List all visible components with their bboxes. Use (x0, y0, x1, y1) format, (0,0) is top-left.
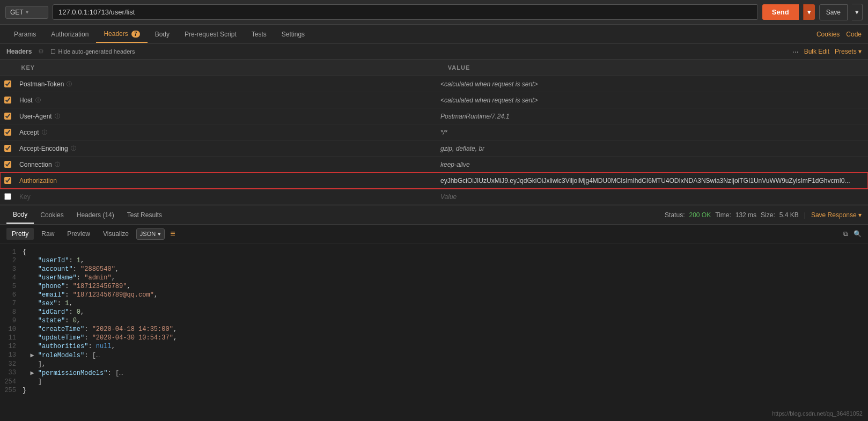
info-icon-4[interactable]: ⓘ (71, 145, 76, 152)
tab-settings[interactable]: Settings (274, 26, 312, 42)
line-number: 4 (0, 274, 23, 282)
tab-params[interactable]: Params (6, 26, 43, 42)
save-button[interactable]: Save (819, 4, 848, 20)
view-tab-pretty[interactable]: Pretty (6, 228, 34, 240)
value-column-header: VALUE (442, 62, 868, 73)
line-number: 13 (0, 351, 23, 359)
presets-btn[interactable]: Presets ▾ (835, 48, 862, 55)
method-label: GET (10, 9, 24, 16)
line-number: 33 (0, 369, 23, 377)
save-response-btn[interactable]: Save Response ▾ (811, 211, 862, 219)
right-links: Cookies Code (816, 31, 862, 38)
code-line-9: 9 "state": 0, (0, 316, 868, 325)
header-row-3: Acceptⓘ*/* (0, 124, 868, 141)
tab-tests[interactable]: Tests (244, 26, 274, 42)
info-icon-2[interactable]: ⓘ (55, 113, 60, 120)
code-link[interactable]: Code (846, 31, 862, 38)
code-line-6: 6 "email": "187123456789@qq.com", (0, 291, 868, 299)
tab-pre-request[interactable]: Pre-request Script (177, 26, 244, 42)
code-line-1: 1{ (0, 248, 868, 256)
cookies-link[interactable]: Cookies (816, 31, 840, 38)
line-number: 12 (0, 343, 23, 350)
line-number: 11 (0, 334, 23, 342)
header-checkbox-3[interactable] (4, 129, 11, 136)
response-right-icons: ⧉ 🔍 (843, 230, 862, 238)
headers-toolbar: Headers ⚙ ☐ Hide auto-generated headers … (0, 44, 868, 60)
tab-body[interactable]: Body (148, 26, 177, 42)
resp-tab-body[interactable]: Body (6, 206, 34, 224)
line-number: 9 (0, 317, 23, 324)
header-row-1: Hostⓘ<calculated when request is sent> (0, 92, 868, 108)
view-tab-raw[interactable]: Raw (36, 228, 60, 240)
bulk-edit-area: ··· Bulk Edit Presets ▾ (792, 47, 862, 56)
response-section: Body Cookies Headers (14) Test Results S… (0, 205, 868, 421)
url-input[interactable] (53, 4, 758, 20)
code-line-4: 4 "userName": "admin", (0, 274, 868, 282)
hide-auto-btn[interactable]: ☐ Hide auto-generated headers (50, 48, 135, 55)
filter-icon-btn[interactable]: ≡ (170, 229, 175, 239)
code-line-255: 255} (0, 386, 868, 395)
dots-icon[interactable]: ··· (792, 47, 799, 56)
header-row-empty: Key Value (0, 189, 868, 205)
headers-badge: 7 (131, 31, 140, 38)
header-row-0: Postman-Tokenⓘ<calculated when request i… (0, 76, 868, 92)
save-chevron-icon: ▾ (855, 8, 859, 16)
response-size: 5.4 KB (779, 211, 799, 219)
line-number: 32 (0, 360, 23, 368)
info-icon-0[interactable]: ⓘ (67, 80, 72, 88)
save-dropdown-button[interactable]: ▾ (852, 4, 863, 20)
key-column-header: KEY (15, 62, 442, 73)
header-checkbox-4[interactable] (4, 145, 11, 152)
tab-authorization[interactable]: Authorization (43, 26, 96, 42)
code-line-254: 254 ] (0, 378, 868, 386)
line-number: 1 (0, 248, 23, 256)
header-row-2: User-AgentⓘPostmanRuntime/7.24.1 (0, 108, 868, 124)
headers-table-header: KEY VALUE (0, 60, 868, 76)
view-tab-visualize[interactable]: Visualize (98, 228, 134, 240)
resp-tab-test-results[interactable]: Test Results (121, 207, 168, 223)
format-select[interactable]: JSON ▾ (136, 228, 165, 240)
tab-headers[interactable]: Headers 7 (96, 26, 147, 43)
header-row-6: AuthorizationeyJhbGciOiJIUzUxMiJ9.eyJqdG… (0, 173, 868, 189)
body-view-tabs: Pretty Raw Preview Visualize JSON ▾ ≡ ⧉ … (0, 225, 868, 243)
line-number: 255 (0, 387, 23, 394)
line-number: 3 (0, 265, 23, 273)
response-tabs-bar: Body Cookies Headers (14) Test Results S… (0, 205, 868, 225)
line-number: 254 (0, 378, 23, 386)
header-checkbox-2[interactable] (4, 113, 11, 120)
line-number: 10 (0, 326, 23, 333)
line-number: 2 (0, 257, 23, 264)
info-icon-5[interactable]: ⓘ (55, 161, 60, 168)
response-meta: Status: 200 OK Time: 132 ms Size: 5.4 KB… (665, 211, 862, 219)
bulk-edit-btn[interactable]: Bulk Edit (804, 48, 829, 55)
info-icon-3[interactable]: ⓘ (42, 129, 47, 136)
send-button[interactable]: Send (762, 4, 799, 20)
code-line-33: 33 ▶ "permissionModels": [… (0, 368, 868, 378)
view-tab-preview[interactable]: Preview (62, 228, 95, 240)
copy-icon[interactable]: ⧉ (843, 230, 848, 238)
line-number: 8 (0, 308, 23, 316)
code-line-7: 7 "sex": 1, (0, 299, 868, 308)
method-select[interactable]: GET ▾ (5, 6, 48, 19)
send-chevron-icon: ▾ (807, 8, 811, 16)
header-rows-container: Postman-Tokenⓘ<calculated when request i… (0, 76, 868, 205)
empty-checkbox[interactable] (4, 193, 11, 200)
resp-tab-headers[interactable]: Headers (14) (70, 207, 121, 223)
search-icon[interactable]: 🔍 (854, 230, 862, 238)
header-row-4: Accept-Encodingⓘgzip, deflate, br (0, 141, 868, 157)
header-checkbox-1[interactable] (4, 97, 11, 104)
header-checkbox-6[interactable] (4, 177, 11, 184)
header-checkbox-0[interactable] (4, 80, 11, 87)
code-line-8: 8 "idCard": 0, (0, 308, 868, 316)
code-line-2: 2 "userId": 1, (0, 256, 868, 265)
info-icon-1[interactable]: ⓘ (35, 97, 41, 104)
code-line-5: 5 "phone": "187123456789", (0, 282, 868, 291)
headers-section: Headers ⚙ ☐ Hide auto-generated headers … (0, 44, 868, 205)
send-dropdown-button[interactable]: ▾ (803, 4, 815, 20)
resp-tab-cookies[interactable]: Cookies (34, 207, 70, 223)
request-tabs-bar: Params Authorization Headers 7 Body Pre-… (0, 25, 868, 44)
header-checkbox-5[interactable] (4, 161, 11, 168)
code-area: 1{2 "userId": 1,3 "account": "2880540",4… (0, 243, 868, 421)
code-line-10: 10 "createTime": "2020-04-18 14:35:00", (0, 325, 868, 334)
status-badge: 200 OK (689, 211, 711, 219)
